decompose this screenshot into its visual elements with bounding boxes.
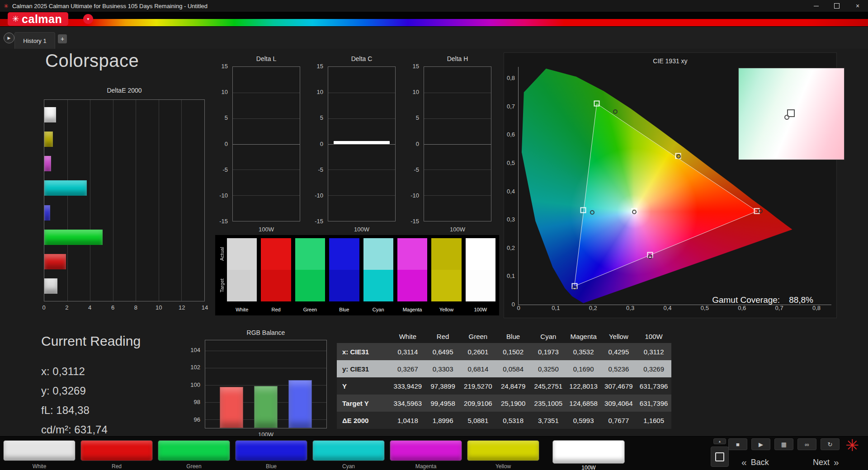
value-cell: 0,7677 (601, 417, 637, 424)
spectracal-star-icon: ✳ (845, 437, 859, 455)
pattern-swatch-white[interactable]: White (3, 440, 75, 470)
collapse-panel-button[interactable]: ▶ (4, 33, 14, 43)
pattern-swatch-green[interactable]: Green (158, 440, 230, 470)
close-button[interactable]: × (847, 0, 868, 12)
table-row[interactable]: ΔE 20001,04181,89965,08810,53183,73510,5… (337, 412, 671, 429)
white-point-target-marker (787, 109, 795, 117)
delta-h-xlabel: 100W (424, 226, 491, 233)
add-tab-button[interactable]: + (58, 34, 67, 43)
maximize-button[interactable] (826, 0, 847, 12)
stop-icon: ■ (736, 441, 740, 448)
swatch-label: White (227, 301, 257, 312)
refresh-button[interactable]: ↻ (821, 438, 840, 450)
gridline (233, 144, 300, 145)
pattern-swatch-red[interactable]: Red (80, 440, 153, 470)
swatch-column-cyan: Cyan (363, 238, 393, 314)
tick-label: 0 (42, 304, 45, 311)
tab-history-1[interactable]: History 1 (14, 32, 55, 49)
measured-marker (676, 154, 681, 159)
reading-x: x: 0,3112 (41, 362, 141, 381)
caret-down-icon: ▼ (86, 17, 90, 21)
pattern-swatch-magenta[interactable]: Magenta (390, 440, 462, 470)
pattern-swatch-blue[interactable]: Blue (235, 440, 307, 470)
table-row[interactable]: x: CIE310,31140,64950,26010,15020,19730,… (337, 343, 671, 360)
bar-blue (288, 380, 312, 428)
refresh-icon: ↻ (828, 441, 833, 448)
swatch-row-labels: Actual Target (217, 238, 227, 314)
bar-row-yellow (44, 127, 204, 151)
value-cell: 333,9429 (390, 382, 425, 390)
tick-label: 5 (225, 114, 228, 122)
cie-xtick-labels: 00,10,20,30,40,50,60,70,8 (519, 305, 831, 314)
back-button[interactable]: « Back (741, 456, 769, 469)
measured-marker (758, 209, 763, 213)
panel-up-button[interactable]: ▲ (713, 438, 726, 444)
swatch-comparison-panel: Actual Target WhiteRedGreenBlueCyanMagen… (215, 235, 499, 315)
actual-row-label: Actual (217, 238, 227, 270)
target-swatch (431, 270, 461, 301)
swatch-label: Blue (235, 463, 307, 470)
next-button[interactable]: Next » (813, 456, 839, 469)
play-button[interactable]: ▶ (751, 438, 770, 450)
swatch-column-100w: 100W (466, 238, 495, 314)
minimize-button[interactable] (806, 0, 826, 12)
tick-label: 0,5 (701, 305, 709, 311)
delta-bar (334, 141, 390, 144)
main-menu-button[interactable]: ▼ (83, 14, 93, 24)
pattern-swatch-yellow[interactable]: Yellow (467, 440, 539, 470)
gamut-coverage-value: 88,8% (789, 295, 813, 305)
actual-swatch (295, 238, 325, 270)
header-cell: 100W (636, 333, 671, 340)
close-icon: × (856, 2, 859, 9)
swatch-label: Yellow (467, 463, 539, 470)
value-cell: 5,0881 (461, 417, 496, 424)
measured-marker (572, 286, 577, 290)
swatch-color (80, 440, 153, 461)
value-cell: 0,3532 (566, 348, 601, 356)
delta-c-plot (328, 66, 396, 221)
value-cell: 0,1502 (495, 348, 531, 356)
deltae-plot (44, 99, 205, 301)
tick-label: 0,2 (507, 244, 515, 252)
value-cell: 0,6495 (425, 348, 461, 356)
save-button[interactable]: ▦ (774, 438, 793, 450)
swatch-label: Yellow (431, 301, 461, 312)
delta-h-chart: Delta H 151050-5-10-15 100W (404, 49, 492, 243)
bar-red (220, 387, 243, 428)
tick-label: -5 (222, 166, 228, 174)
tick-label: 0 (225, 141, 228, 148)
target-swatch (397, 270, 427, 301)
continuous-measure-button[interactable]: ∞ (797, 438, 816, 450)
gridline (233, 195, 300, 196)
white-point-measured-marker (784, 115, 789, 120)
bar-row-red (44, 249, 204, 274)
tick-label: 0,6 (738, 305, 746, 311)
tick-label: 0,8 (507, 75, 515, 82)
cie-plot: 0,80,70,60,50,40,30,20,10 00,10,20,30,40… (518, 67, 831, 305)
stop-button[interactable]: ■ (728, 438, 747, 450)
bar-row-cyan (44, 176, 204, 200)
table-row[interactable]: Y333,942997,3899219,527024,8479245,27511… (337, 377, 671, 395)
swatch-column-yellow: Yellow (431, 238, 461, 314)
bar-row-100w (44, 274, 204, 298)
table-row[interactable]: y: CIE310,32670,33030,68140,05840,32500,… (337, 360, 671, 377)
tick-label: -5 (414, 166, 419, 174)
header-cell: Yellow (601, 333, 637, 340)
pattern-swatch-100w[interactable]: 100W (552, 440, 625, 470)
play-icon: ▶ (759, 441, 763, 448)
bar (44, 205, 50, 221)
value-cell: 97,3899 (425, 382, 461, 390)
value-cell: 245,2751 (531, 382, 566, 390)
swatch-color (312, 440, 385, 461)
main-content: Colorspace DeltaE 2000 02468101214 Delta… (0, 49, 868, 436)
pattern-swatch-cyan[interactable]: Cyan (312, 440, 385, 470)
layout-button[interactable] (711, 446, 729, 467)
table-row[interactable]: Target Y334,596399,4958209,910625,190023… (337, 395, 671, 412)
swatch-label: White (3, 463, 75, 470)
calman-logo[interactable]: ✳ calman (8, 12, 68, 26)
gridline (328, 195, 395, 196)
save-icon: ▦ (781, 441, 787, 448)
tick-label: -5 (318, 166, 323, 174)
header-cell: Cyan (531, 333, 566, 340)
bar (44, 156, 51, 171)
